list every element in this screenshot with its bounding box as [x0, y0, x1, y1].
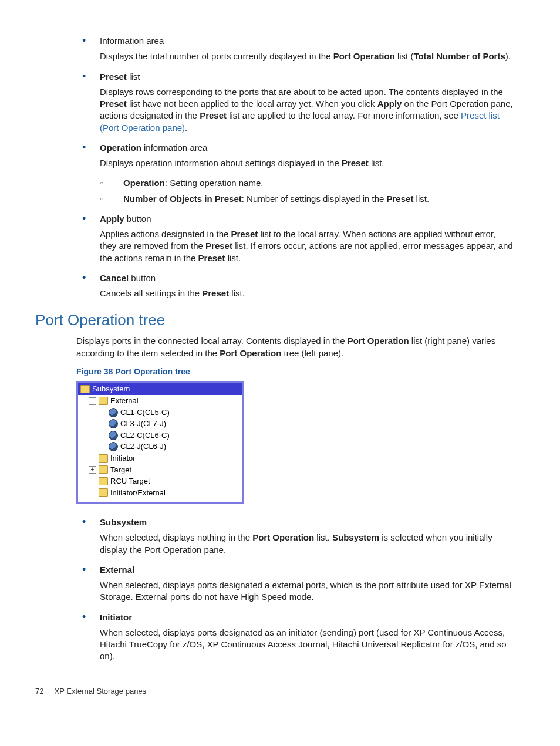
sub-list-item: Number of Objects in Preset: Number of s… [123, 193, 429, 205]
section-heading: Port Operation tree [35, 310, 513, 330]
port-operation-tree: Subsystem -ExternalCL1-C(CL5-C)CL3-J(CL7… [76, 381, 244, 504]
list-item-head: Apply button [100, 213, 151, 225]
list-item-head: Cancel button [100, 272, 156, 284]
bullet-icon: • [82, 612, 100, 623]
tree-node[interactable]: Initiator [78, 453, 242, 464]
tree-expand-icon[interactable]: + [89, 466, 96, 474]
folder-icon [99, 397, 108, 405]
bullet-icon: • [82, 71, 100, 83]
page-footer: 72 XP External Storage panes [35, 686, 513, 697]
tree-root-row[interactable]: Subsystem [78, 383, 242, 396]
list-item-body: Displays rows corresponding to the ports… [100, 86, 513, 134]
tree-node-label: CL3-J(CL7-J) [120, 418, 166, 429]
tree-node-label: Target [110, 465, 131, 475]
sub-bullet-icon: ○ [100, 177, 123, 189]
tree-node[interactable]: CL2-C(CL6-C) [78, 430, 242, 441]
list-item-body: Cancels all settings in the Preset list. [100, 288, 513, 299]
list-item-head: External [100, 564, 134, 576]
tree-node-label: Initiator [110, 453, 136, 464]
tree-node[interactable]: -External [78, 395, 242, 407]
bullet-icon: • [82, 213, 100, 225]
folder-icon [99, 488, 108, 497]
tree-node[interactable]: +Target [78, 464, 242, 476]
list-item-head: Subsystem [100, 517, 147, 528]
tree-node[interactable]: CL3-J(CL7-J) [78, 418, 242, 430]
port-globe-icon [109, 443, 118, 451]
tree-node[interactable]: CL2-J(CL6-J) [78, 441, 242, 453]
folder-icon [99, 477, 108, 485]
sub-bullet-icon: ○ [100, 193, 123, 205]
tree-node-label: Initiator/External [110, 488, 166, 498]
list-item-body: Applies actions designated in the Preset… [100, 228, 513, 264]
tree-expand-icon[interactable]: - [89, 397, 96, 405]
figure-caption: Figure 38 Port Operation tree [76, 366, 513, 377]
tree-node[interactable]: Initiator/External [78, 487, 242, 499]
folder-icon [99, 465, 108, 474]
sub-list-item: Operation: Setting operation name. [123, 177, 263, 189]
list-item-body: When selected, displays ports designated… [100, 627, 513, 663]
bullet-icon: • [82, 564, 100, 576]
section-intro: Displays ports in the connected local ar… [76, 335, 513, 359]
tree-node-label: CL2-C(CL6-C) [120, 430, 170, 441]
tree-node-label: External [110, 396, 139, 406]
bullet-icon: • [82, 272, 100, 284]
bullet-icon: • [82, 142, 100, 154]
port-globe-icon [109, 420, 118, 428]
page-number: 72 [35, 687, 43, 696]
footer-title: XP External Storage panes [55, 687, 147, 696]
list-item-body: Displays the total number of ports curre… [100, 50, 513, 62]
bullet-icon: • [82, 35, 100, 47]
bullet-icon: • [82, 517, 100, 528]
tree-node-label: CL2-J(CL6-J) [120, 441, 166, 452]
folder-open-icon [80, 385, 90, 393]
folder-icon [99, 454, 108, 463]
port-globe-icon [109, 431, 118, 440]
tree-node-label: RCU Target [110, 476, 150, 487]
list-item-body: When selected, displays ports designated… [100, 579, 513, 603]
list-item-body: Displays operation information about set… [100, 157, 513, 169]
list-item-head: Preset list [100, 71, 140, 83]
top-bullet-list: •Information areaDisplays the total numb… [82, 35, 513, 299]
list-item-body: When selected, displays nothing in the P… [100, 532, 513, 556]
list-item-head: Information area [100, 35, 164, 47]
tree-node-label: CL1-C(CL5-C) [120, 407, 170, 418]
list-item-head: Operation information area [100, 142, 207, 154]
tree-node[interactable]: RCU Target [78, 475, 242, 487]
bottom-bullet-list: •SubsystemWhen selected, displays nothin… [82, 517, 513, 663]
list-item-head: Initiator [100, 612, 132, 623]
tree-root-label: Subsystem [92, 384, 130, 394]
port-globe-icon [109, 409, 118, 417]
tree-node[interactable]: CL1-C(CL5-C) [78, 407, 242, 418]
